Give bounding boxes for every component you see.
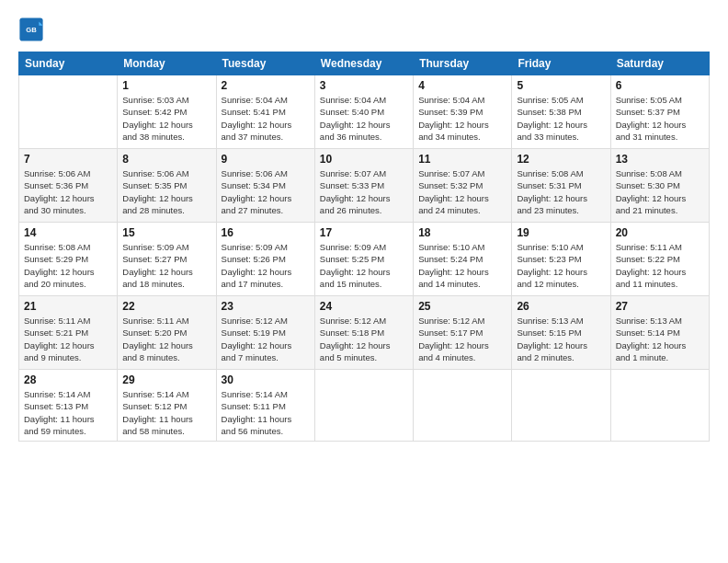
day-info: Sunrise: 5:11 AMSunset: 5:20 PMDaylight:… — [122, 315, 210, 363]
day-number: 19 — [517, 226, 605, 239]
calendar-cell: 8Sunrise: 5:06 AMSunset: 5:35 PMDaylight… — [118, 149, 216, 223]
calendar-cell: 16Sunrise: 5:09 AMSunset: 5:26 PMDayligh… — [216, 223, 314, 296]
day-info: Sunrise: 5:12 AMSunset: 5:19 PMDaylight:… — [222, 315, 310, 363]
calendar-cell: 2Sunrise: 5:04 AMSunset: 5:41 PMDaylight… — [216, 75, 314, 149]
calendar-day-header: Friday — [512, 52, 610, 75]
calendar-table: SundayMondayTuesdayWednesdayThursdayFrid… — [18, 52, 710, 442]
calendar-cell: 18Sunrise: 5:10 AMSunset: 5:24 PMDayligh… — [414, 223, 512, 296]
calendar-cell: 19Sunrise: 5:10 AMSunset: 5:23 PMDayligh… — [512, 223, 610, 296]
calendar-week-row: 14Sunrise: 5:08 AMSunset: 5:29 PMDayligh… — [19, 223, 710, 296]
calendar-day-header: Thursday — [414, 52, 512, 75]
day-number: 21 — [24, 300, 112, 313]
day-number: 22 — [122, 300, 210, 313]
calendar-cell: 28Sunrise: 5:14 AMSunset: 5:13 PMDayligh… — [19, 370, 118, 442]
day-info: Sunrise: 5:08 AMSunset: 5:29 PMDaylight:… — [24, 241, 112, 290]
day-info: Sunrise: 5:06 AMSunset: 5:34 PMDaylight:… — [222, 167, 310, 216]
day-number: 20 — [616, 226, 704, 239]
day-info: Sunrise: 5:06 AMSunset: 5:35 PMDaylight:… — [122, 167, 210, 216]
calendar-cell: 3Sunrise: 5:04 AMSunset: 5:40 PMDaylight… — [314, 75, 413, 149]
day-info: Sunrise: 5:12 AMSunset: 5:18 PMDaylight:… — [320, 315, 408, 363]
calendar-week-row: 1Sunrise: 5:03 AMSunset: 5:42 PMDaylight… — [19, 75, 710, 149]
day-info: Sunrise: 5:09 AMSunset: 5:25 PMDaylight:… — [320, 241, 408, 290]
day-info: Sunrise: 5:11 AMSunset: 5:21 PMDaylight:… — [24, 315, 112, 363]
calendar-week-row: 28Sunrise: 5:14 AMSunset: 5:13 PMDayligh… — [19, 370, 710, 442]
day-info: Sunrise: 5:14 AMSunset: 5:11 PMDaylight:… — [222, 388, 310, 437]
calendar-cell: 9Sunrise: 5:06 AMSunset: 5:34 PMDaylight… — [216, 149, 314, 223]
calendar-cell: 1Sunrise: 5:03 AMSunset: 5:42 PMDaylight… — [118, 75, 216, 149]
logo: GB — [18, 17, 48, 42]
day-number: 3 — [320, 79, 408, 92]
day-number: 27 — [616, 300, 704, 313]
day-number: 26 — [517, 300, 605, 313]
day-number: 15 — [122, 226, 210, 239]
svg-text:GB: GB — [26, 26, 37, 34]
calendar-cell: 15Sunrise: 5:09 AMSunset: 5:27 PMDayligh… — [118, 223, 216, 296]
calendar-cell: 12Sunrise: 5:08 AMSunset: 5:31 PMDayligh… — [512, 149, 610, 223]
day-info: Sunrise: 5:09 AMSunset: 5:26 PMDaylight:… — [222, 241, 310, 290]
calendar-day-header: Monday — [118, 52, 216, 75]
calendar-cell: 13Sunrise: 5:08 AMSunset: 5:30 PMDayligh… — [610, 149, 709, 223]
day-number: 28 — [24, 373, 112, 386]
day-info: Sunrise: 5:04 AMSunset: 5:39 PMDaylight:… — [418, 94, 506, 143]
day-number: 18 — [418, 226, 506, 239]
calendar-cell: 25Sunrise: 5:12 AMSunset: 5:17 PMDayligh… — [414, 296, 512, 370]
day-number: 12 — [517, 153, 605, 166]
calendar-cell: 29Sunrise: 5:14 AMSunset: 5:12 PMDayligh… — [118, 370, 216, 442]
day-info: Sunrise: 5:10 AMSunset: 5:23 PMDaylight:… — [517, 241, 605, 290]
day-number: 5 — [517, 79, 605, 92]
day-number: 11 — [418, 153, 506, 166]
day-info: Sunrise: 5:04 AMSunset: 5:41 PMDaylight:… — [222, 94, 310, 143]
day-info: Sunrise: 5:13 AMSunset: 5:14 PMDaylight:… — [616, 315, 704, 363]
calendar-day-header: Saturday — [610, 52, 709, 75]
day-info: Sunrise: 5:05 AMSunset: 5:38 PMDaylight:… — [517, 94, 605, 143]
day-number: 10 — [320, 153, 408, 166]
calendar-cell: 21Sunrise: 5:11 AMSunset: 5:21 PMDayligh… — [19, 296, 118, 370]
calendar-cell: 4Sunrise: 5:04 AMSunset: 5:39 PMDaylight… — [414, 75, 512, 149]
calendar-cell: 20Sunrise: 5:11 AMSunset: 5:22 PMDayligh… — [610, 223, 709, 296]
day-info: Sunrise: 5:12 AMSunset: 5:17 PMDaylight:… — [418, 315, 506, 363]
calendar-cell: 27Sunrise: 5:13 AMSunset: 5:14 PMDayligh… — [610, 296, 709, 370]
day-info: Sunrise: 5:08 AMSunset: 5:31 PMDaylight:… — [517, 167, 605, 216]
day-info: Sunrise: 5:07 AMSunset: 5:33 PMDaylight:… — [320, 167, 408, 216]
calendar-cell: 14Sunrise: 5:08 AMSunset: 5:29 PMDayligh… — [19, 223, 118, 296]
calendar-cell — [610, 370, 709, 442]
calendar-cell: 17Sunrise: 5:09 AMSunset: 5:25 PMDayligh… — [314, 223, 413, 296]
calendar-cell: 5Sunrise: 5:05 AMSunset: 5:38 PMDaylight… — [512, 75, 610, 149]
calendar-cell: 30Sunrise: 5:14 AMSunset: 5:11 PMDayligh… — [216, 370, 314, 442]
page-header: GB — [18, 17, 710, 42]
calendar-cell — [19, 75, 118, 149]
calendar-cell: 23Sunrise: 5:12 AMSunset: 5:19 PMDayligh… — [216, 296, 314, 370]
calendar-cell: 11Sunrise: 5:07 AMSunset: 5:32 PMDayligh… — [414, 149, 512, 223]
day-info: Sunrise: 5:07 AMSunset: 5:32 PMDaylight:… — [418, 167, 506, 216]
calendar-cell — [512, 370, 610, 442]
day-number: 2 — [222, 79, 310, 92]
day-number: 7 — [24, 153, 112, 166]
day-info: Sunrise: 5:14 AMSunset: 5:12 PMDaylight:… — [122, 388, 210, 437]
day-number: 23 — [222, 300, 310, 313]
calendar-cell: 22Sunrise: 5:11 AMSunset: 5:20 PMDayligh… — [118, 296, 216, 370]
day-number: 25 — [418, 300, 506, 313]
calendar-week-row: 7Sunrise: 5:06 AMSunset: 5:36 PMDaylight… — [19, 149, 710, 223]
calendar-day-header: Tuesday — [216, 52, 314, 75]
day-info: Sunrise: 5:06 AMSunset: 5:36 PMDaylight:… — [24, 167, 112, 216]
calendar-day-header: Sunday — [19, 52, 118, 75]
day-info: Sunrise: 5:08 AMSunset: 5:30 PMDaylight:… — [616, 167, 704, 216]
calendar-cell: 24Sunrise: 5:12 AMSunset: 5:18 PMDayligh… — [314, 296, 413, 370]
calendar-cell — [414, 370, 512, 442]
day-info: Sunrise: 5:13 AMSunset: 5:15 PMDaylight:… — [517, 315, 605, 363]
calendar-cell: 6Sunrise: 5:05 AMSunset: 5:37 PMDaylight… — [610, 75, 709, 149]
day-number: 1 — [122, 79, 210, 92]
day-number: 24 — [320, 300, 408, 313]
calendar-cell: 26Sunrise: 5:13 AMSunset: 5:15 PMDayligh… — [512, 296, 610, 370]
day-number: 29 — [122, 373, 210, 386]
calendar-page: GB SundayMondayTuesdayWednesdayThursdayF… — [0, 0, 728, 563]
day-info: Sunrise: 5:05 AMSunset: 5:37 PMDaylight:… — [616, 94, 704, 143]
logo-icon: GB — [18, 17, 44, 42]
day-info: Sunrise: 5:04 AMSunset: 5:40 PMDaylight:… — [320, 94, 408, 143]
day-info: Sunrise: 5:10 AMSunset: 5:24 PMDaylight:… — [418, 241, 506, 290]
day-number: 16 — [222, 226, 310, 239]
day-number: 17 — [320, 226, 408, 239]
calendar-week-row: 21Sunrise: 5:11 AMSunset: 5:21 PMDayligh… — [19, 296, 710, 370]
day-info: Sunrise: 5:09 AMSunset: 5:27 PMDaylight:… — [122, 241, 210, 290]
day-number: 9 — [222, 153, 310, 166]
